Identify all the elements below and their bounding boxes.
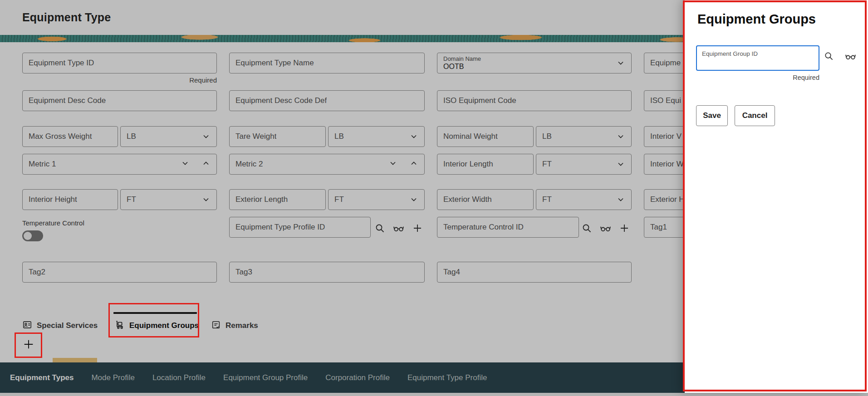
equipment-group-id-label: Equipment Group ID <box>702 50 758 57</box>
equipment-groups-drawer: Equipment Groups Equipment Group ID Requ… <box>685 0 868 393</box>
drawer-title: Equipment Groups <box>697 12 816 27</box>
search-icon[interactable] <box>824 51 834 61</box>
required-hint: Required <box>729 74 819 81</box>
app-screen: Equipment Type Equipment Type ID Require… <box>0 0 868 396</box>
glasses-icon[interactable] <box>844 50 857 62</box>
save-button[interactable]: Save <box>696 105 728 126</box>
equipment-group-id-input[interactable]: Equipment Group ID <box>696 45 819 71</box>
cancel-button[interactable]: Cancel <box>735 105 775 126</box>
